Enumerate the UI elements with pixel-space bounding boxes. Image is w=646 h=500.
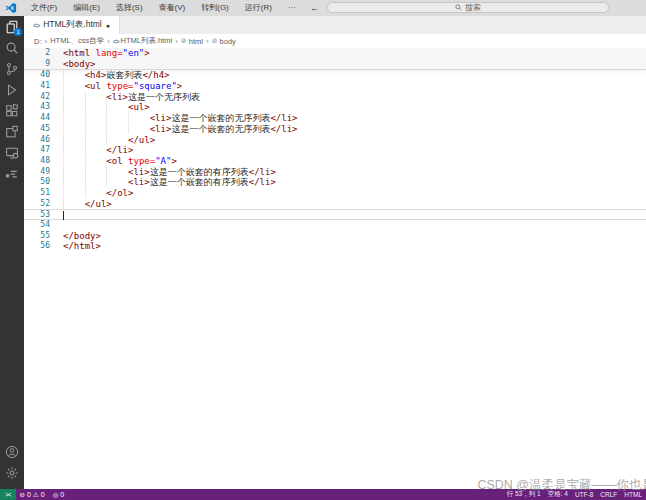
line-number: 41 (24, 81, 54, 92)
breadcrumb-item-4[interactable]: ⊘body (212, 37, 236, 46)
breadcrumb-separator: › (107, 37, 110, 46)
breadcrumb-label: HTML列表.html (121, 36, 173, 46)
command-center-search[interactable]: 搜索 (327, 2, 609, 13)
token-tag: </ul> (85, 199, 112, 209)
token-txt: 这是一个嵌套的无序列表 (171, 124, 270, 134)
explorer-icon[interactable]: 1 (0, 16, 24, 37)
code-line-content: <li>这是一个嵌套的有序列表</li> (63, 177, 276, 188)
token-tag: </li> (270, 113, 297, 123)
code-line-content (63, 210, 64, 219)
title-bar: 文件(F)编辑(E)选择(S)查看(V)转到(G)运行(R)··· ← → 搜索 (0, 0, 646, 16)
token-tag: <li> (150, 113, 172, 123)
breadcrumb-separator: › (175, 37, 178, 46)
tab-bar: <> HTML列表.html ● (24, 16, 646, 34)
error-icon: ⊘ (20, 491, 25, 499)
search-icon[interactable] (0, 37, 24, 58)
token-str: "square" (133, 81, 176, 91)
code-line-53[interactable]: 53 (24, 209, 646, 220)
code-line-content: <li>这是一个嵌套的无序列表</li> (63, 113, 297, 124)
breadcrumb-item-0[interactable]: D: (34, 37, 42, 46)
preview-icon[interactable] (0, 121, 24, 142)
remote-explorer-icon[interactable] (0, 142, 24, 163)
status-right-item-4[interactable]: HTML (624, 491, 642, 498)
problems-indicator[interactable]: ⊘ 0 ⚠ 0 (16, 491, 49, 499)
code-line-41[interactable]: 41 <ul type="square"> (24, 81, 646, 92)
code-line-50[interactable]: 50 <li>这是一个嵌套的有序列表</li> (24, 177, 646, 188)
code-line-content: </li> (63, 145, 133, 156)
breadcrumb-separator: › (45, 37, 48, 46)
remote-indicator[interactable]: >< (0, 489, 16, 500)
text-cursor (63, 211, 64, 220)
menu-item-5[interactable]: 运行(R) (237, 0, 280, 16)
sticky-scroll[interactable]: 2<html lang="en">9<body> (24, 48, 646, 70)
menu-item-2[interactable]: 选择(S) (108, 0, 151, 16)
code-line-content: </ul> (63, 199, 112, 210)
html-file-icon: <> (33, 22, 39, 29)
account-icon[interactable] (0, 441, 24, 462)
remote-icon: >< (5, 491, 11, 498)
token-tag: <html (63, 48, 96, 58)
extensions-icon[interactable] (0, 100, 24, 121)
indent-guides (63, 167, 128, 177)
line-number: 49 (24, 167, 54, 178)
menu-item-4[interactable]: 转到(G) (193, 0, 237, 16)
code-line-47[interactable]: 47 </li> (24, 145, 646, 156)
source-control-icon[interactable] (0, 58, 24, 79)
code-line-45[interactable]: 45 <li>这是一个嵌套的无序列表</li> (24, 124, 646, 135)
run-debug-icon[interactable] (0, 79, 24, 100)
menu-item-3[interactable]: 查看(V) (151, 0, 194, 16)
line-number: 55 (24, 231, 54, 242)
indent-guides (63, 81, 85, 91)
menu-item-1[interactable]: 编辑(E) (65, 0, 108, 16)
settings-gear-icon[interactable] (0, 462, 24, 483)
indent-guides (63, 102, 128, 112)
code-line-49[interactable]: 49 <li>这是一个嵌套的有序列表</li> (24, 167, 646, 178)
tab-html-list-file[interactable]: <> HTML列表.html ● (24, 16, 120, 34)
code-line-content: </ol> (63, 188, 133, 199)
status-right-item-2[interactable]: UTF-8 (575, 491, 593, 498)
sticky-line-9[interactable]: 9<body> (24, 59, 646, 70)
menu-bar: 文件(F)编辑(E)选择(S)查看(V)转到(G)运行(R)··· (23, 0, 304, 16)
code-line-54[interactable]: 54 (24, 220, 646, 231)
code-line-56[interactable]: 56</html> (24, 241, 646, 252)
status-right-item-0[interactable]: 行 53，列 1 (507, 490, 541, 499)
nav-back-arrow[interactable]: ← (304, 3, 325, 13)
breadcrumb-item-2[interactable]: <>HTML列表.html (113, 36, 172, 46)
breadcrumb-label: D: (34, 37, 42, 46)
code-line-content: <ul type="square"> (63, 81, 182, 92)
breadcrumb-item-3[interactable]: ⊘html (181, 37, 203, 46)
token-tag: > (177, 81, 182, 91)
code-line-content: </ul> (63, 135, 155, 146)
code-editor[interactable]: 40 <h4>嵌套列表</h4>41 <ul type="square">42 … (24, 70, 646, 252)
dirty-indicator-icon[interactable]: ● (106, 22, 110, 29)
editor-group: <> HTML列表.html ● D:›HTML、css自学›<>HTML列表.… (24, 16, 646, 489)
breadcrumb-item-1[interactable]: HTML、css自学 (50, 36, 104, 46)
code-line-42[interactable]: 42 <li>这是一个无序列表 (24, 92, 646, 103)
indent-guides (63, 135, 128, 145)
line-number: 43 (24, 102, 54, 113)
code-line-46[interactable]: 46 </ul> (24, 135, 646, 146)
code-line-40[interactable]: 40 <h4>嵌套列表</h4> (24, 70, 646, 81)
status-right-item-3[interactable]: CRLF (600, 491, 617, 498)
token-str: "A" (155, 156, 171, 166)
status-right-item-1[interactable]: 空格: 4 (548, 490, 568, 499)
menu-item-6[interactable]: ··· (280, 0, 304, 16)
code-line-43[interactable]: 43 <ul> (24, 102, 646, 113)
menu-item-0[interactable]: 文件(F) (23, 0, 65, 16)
code-line-44[interactable]: 44 <li>这是一个嵌套的无序列表</li> (24, 113, 646, 124)
token-tag: </li> (249, 177, 276, 187)
extension-misc-icon[interactable] (0, 163, 24, 184)
token-tag: <li> (128, 177, 150, 187)
code-line-52[interactable]: 52 </ul> (24, 199, 646, 210)
token-tag: <ul> (128, 102, 150, 112)
status-right-items: 行 53，列 1空格: 4UTF-8CRLFHTML (507, 490, 646, 499)
code-line-51[interactable]: 51 </ol> (24, 188, 646, 199)
sticky-line-2[interactable]: 2<html lang="en"> (24, 48, 646, 59)
code-line-content: <ul> (63, 102, 150, 113)
code-line-48[interactable]: 48 <ol type="A"> (24, 156, 646, 167)
indent-guides (63, 92, 106, 102)
status-extra-indicator[interactable]: ◎ 0 (49, 491, 69, 499)
symbol-icon: ⊘ (212, 37, 218, 45)
code-line-55[interactable]: 55</body> (24, 231, 646, 242)
token-tag: <li> (150, 124, 172, 134)
